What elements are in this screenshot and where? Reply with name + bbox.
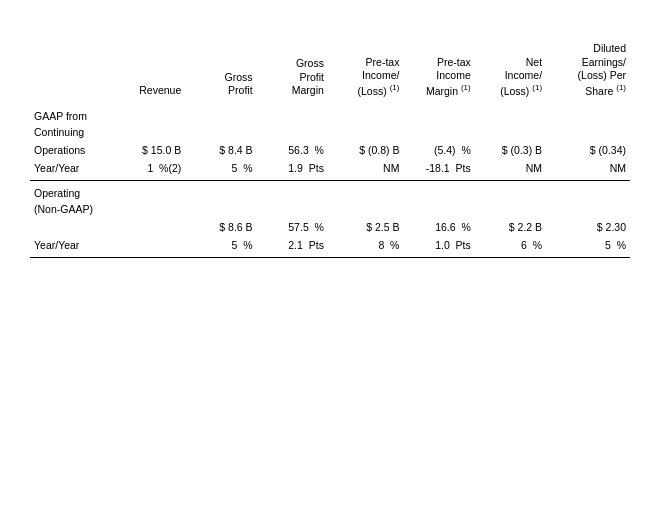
col-diluted-eps-header: DilutedEarnings/(Loss) PerShare (1): [546, 40, 630, 100]
yoy-row: Year/Year 1 %(2) 5 % 1.9 Pts NM -18.1 Pt…: [30, 160, 630, 181]
section-label: Continuing: [30, 124, 630, 140]
row-net-il: $ (0.3) B: [475, 140, 546, 160]
row-label: [30, 217, 114, 237]
yoy-label: Year/Year: [30, 237, 114, 258]
yoy-revenue: 1 %(2): [114, 160, 185, 181]
data-row: $ 8.6 B 57.5 % $ 2.5 B 16.6 % $ 2.2 B $ …: [30, 217, 630, 237]
row-pretax-margin: (5.4) %: [403, 140, 474, 160]
row-gpm: 57.5 %: [257, 217, 328, 237]
yoy-gross-profit: 5 %: [185, 237, 256, 258]
yoy-revenue: [114, 237, 185, 258]
yoy-net-il: 6 %: [475, 237, 546, 258]
yoy-pretax-il: 8 %: [328, 237, 404, 258]
col-gross-profit-header: GrossProfit: [185, 40, 256, 100]
yoy-pretax-il: NM: [328, 160, 404, 181]
row-diluted-eps: $ 2.30: [546, 217, 630, 237]
row-gross-profit: $ 8.6 B: [185, 217, 256, 237]
row-revenue: $ 15.0 B: [114, 140, 185, 160]
yoy-row: Year/Year 5 % 2.1 Pts 8 % 1.0 Pts 6 % 5 …: [30, 237, 630, 258]
yoy-gpm: 1.9 Pts: [257, 160, 328, 181]
row-diluted-eps: $ (0.34): [546, 140, 630, 160]
row-pretax-il: $ 2.5 B: [328, 217, 404, 237]
section-label-row: (Non-GAAP): [30, 201, 630, 217]
yoy-net-il: NM: [475, 160, 546, 181]
col-gpm-header: GrossProfitMargin: [257, 40, 328, 100]
section-label-row: GAAP from: [30, 100, 630, 124]
yoy-label: Year/Year: [30, 160, 114, 181]
yoy-diluted-eps: 5 %: [546, 237, 630, 258]
row-pretax-il: $ (0.8) B: [328, 140, 404, 160]
yoy-gross-profit: 5 %: [185, 160, 256, 181]
row-gross-profit: $ 8.4 B: [185, 140, 256, 160]
yoy-diluted-eps: NM: [546, 160, 630, 181]
yoy-pretax-margin: 1.0 Pts: [403, 237, 474, 258]
col-pretax-margin-header: Pre-taxIncomeMargin (1): [403, 40, 474, 100]
divider-row: [30, 257, 630, 261]
col-label-header: [30, 40, 114, 100]
row-gpm: 56.3 %: [257, 140, 328, 160]
yoy-gpm: 2.1 Pts: [257, 237, 328, 258]
row-pretax-margin: 16.6 %: [403, 217, 474, 237]
col-net-il-header: NetIncome/(Loss) (1): [475, 40, 546, 100]
col-revenue-header: Revenue: [114, 40, 185, 100]
section-label-row: Continuing: [30, 124, 630, 140]
section-label: (Non-GAAP): [30, 201, 630, 217]
section-label: Operating: [30, 185, 630, 201]
section-label: GAAP from: [30, 100, 630, 124]
row-net-il: $ 2.2 B: [475, 217, 546, 237]
col-pretax-il-header: Pre-taxIncome/(Loss) (1): [328, 40, 404, 100]
section-label-row: Operating: [30, 185, 630, 201]
row-revenue: [114, 217, 185, 237]
row-label: Operations: [30, 140, 114, 160]
data-row: Operations $ 15.0 B $ 8.4 B 56.3 % $ (0.…: [30, 140, 630, 160]
yoy-pretax-margin: -18.1 Pts: [403, 160, 474, 181]
